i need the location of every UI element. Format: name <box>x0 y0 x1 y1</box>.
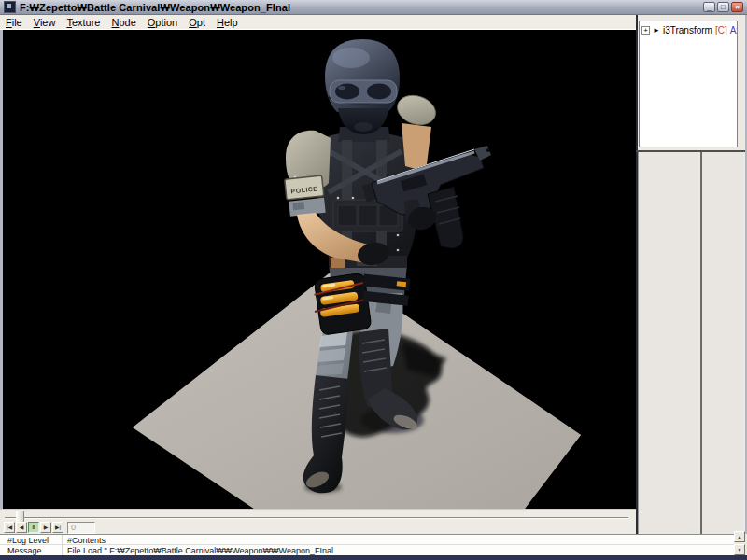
menu-help[interactable]: Help <box>211 16 244 29</box>
app-icon <box>4 1 16 13</box>
frame-number-field[interactable]: 0 <box>67 522 95 534</box>
tree-node-label: i3Transform <box>663 25 712 35</box>
log-scroll-down-button[interactable]: ▼ <box>734 544 745 555</box>
restore-button[interactable]: □ <box>717 2 729 12</box>
scroll-up-icon: ▲ <box>738 534 742 539</box>
log-panel: #Log Level #Contents Message File Load "… <box>0 534 734 555</box>
log-header-level: #Log Level <box>7 536 49 545</box>
tree-expand-icon[interactable]: + <box>641 26 650 35</box>
tree-node-link[interactable]: AxisRotate <box>730 25 738 35</box>
scene-canvas: POLICE <box>3 30 636 509</box>
timeline-track[interactable] <box>5 517 628 519</box>
minimize-icon: _ <box>707 3 711 11</box>
3d-viewport[interactable]: POLICE <box>3 30 636 509</box>
restore-icon: □ <box>721 3 726 11</box>
close-icon: × <box>735 3 740 11</box>
title-bar: F:₩Zepetto₩Battle Carnival₩Weapon₩Weapon… <box>0 0 747 15</box>
animation-transport-bar: |◀ ◀ ‖ ▶ ▶| 0 <box>0 509 636 534</box>
transport-buttons: |◀ ◀ ‖ ▶ ▶| <box>4 522 63 533</box>
scene-tree-panel: + ► i3Transform [C] AxisRotate <box>639 21 738 147</box>
property-columns <box>636 150 745 534</box>
menu-bar: File View Texture Node Option Opt Help <box>0 15 636 30</box>
log-header-row: #Log Level #Contents <box>0 535 734 545</box>
step-forward-icon: ▶ <box>44 525 49 530</box>
log-row-contents: File Load " F:₩Zepetto₩Battle Carnival₩₩… <box>67 546 333 555</box>
step-back-button[interactable]: ◀ <box>16 522 27 533</box>
menu-file[interactable]: File <box>0 16 28 29</box>
go-last-icon: ▶| <box>55 525 61 530</box>
log-row-level: Message <box>7 546 42 555</box>
menu-view[interactable]: View <box>28 16 62 29</box>
pause-icon: ‖ <box>32 524 35 530</box>
property-column-left <box>638 152 698 534</box>
menu-texture[interactable]: Texture <box>61 16 106 29</box>
minimize-button[interactable]: _ <box>703 2 715 12</box>
right-panel: + ► i3Transform [C] AxisRotate <box>636 15 747 534</box>
close-button[interactable]: × <box>731 2 743 12</box>
window-bottom-border <box>0 555 747 560</box>
menu-opt[interactable]: Opt <box>183 16 211 29</box>
scroll-down-icon: ▼ <box>738 547 742 553</box>
go-first-button[interactable]: |◀ <box>4 522 15 533</box>
window-controls: _ □ × <box>703 2 745 12</box>
menu-node[interactable]: Node <box>106 16 141 29</box>
go-last-button[interactable]: ▶| <box>52 522 63 533</box>
log-header-contents: #Contents <box>67 536 106 545</box>
transform-node-icon: ► <box>653 26 660 35</box>
tree-node-tag: [C] <box>715 25 727 35</box>
goggles <box>330 80 397 103</box>
step-back-icon: ◀ <box>20 525 24 530</box>
menu-option[interactable]: Option <box>142 16 183 29</box>
pause-button[interactable]: ‖ <box>28 522 39 533</box>
helmet <box>325 39 400 134</box>
tree-item-i3transform[interactable]: + ► i3Transform [C] AxisRotate <box>640 21 737 39</box>
property-column-right <box>700 152 743 534</box>
window-title: F:₩Zepetto₩Battle Carnival₩Weapon₩Weapon… <box>20 2 290 13</box>
step-forward-button[interactable]: ▶ <box>40 522 51 533</box>
log-scroll-up-button[interactable]: ▲ <box>734 531 745 542</box>
go-first-icon: |◀ <box>7 525 12 530</box>
